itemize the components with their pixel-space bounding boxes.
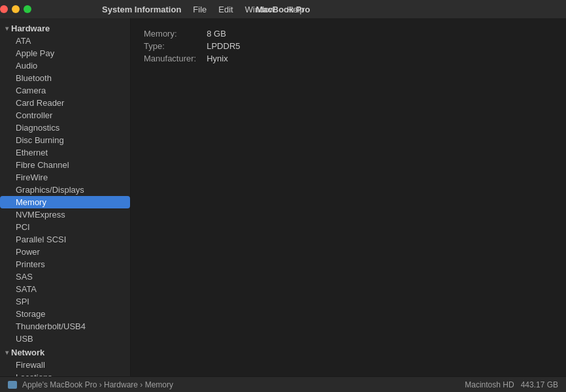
sidebar-item-fibre-channel[interactable]: Fibre Channel — [0, 159, 130, 171]
minimize-button[interactable] — [12, 5, 20, 13]
sidebar-item-camera[interactable]: Camera — [0, 84, 130, 97]
sidebar-item-disc-burning[interactable]: Disc Burning — [0, 134, 130, 146]
sidebar-item-sata[interactable]: SATA — [0, 283, 130, 295]
network-items: FirewallLocationsVolumesWi-Fi — [0, 359, 130, 376]
menu-file[interactable]: File — [188, 0, 212, 18]
sidebar-item-usb[interactable]: USB — [0, 333, 130, 345]
sidebar-item-firewire[interactable]: FireWire — [0, 171, 130, 184]
sidebar-item-sas[interactable]: SAS — [0, 270, 130, 283]
network-section: ▾ Network FirewallLocationsVolumesWi-Fi — [0, 346, 130, 376]
sidebar-item-audio[interactable]: Audio — [0, 59, 130, 72]
info-value: 8 GB — [207, 29, 240, 41]
sidebar-item-storage[interactable]: Storage — [0, 308, 130, 320]
sidebar-item-apple-pay[interactable]: Apple Pay — [0, 47, 130, 59]
menu-bar: System Information File Edit Window Help… — [0, 0, 566, 18]
sidebar-item-card-reader[interactable]: Card Reader — [0, 97, 130, 109]
info-label: Manufacturer: — [144, 54, 207, 66]
info-value: Hynix — [207, 54, 240, 66]
hardware-group-header[interactable]: ▾ Hardware — [0, 22, 130, 35]
hardware-group-label: Hardware — [11, 24, 50, 33]
content-area: Memory:8 GBType:LPDDR5Manufacturer:Hynix — [131, 18, 566, 376]
status-bar-right: Macintosh HD 443.17 GB — [465, 380, 558, 389]
info-row: Manufacturer:Hynix — [144, 54, 241, 66]
info-label: Memory: — [144, 29, 207, 41]
sidebar-item-controller[interactable]: Controller — [0, 109, 130, 122]
info-value: LPDDR5 — [207, 41, 240, 54]
content-body: Memory:8 GBType:LPDDR5Manufacturer:Hynix — [131, 18, 566, 376]
hd-size: 443.17 GB — [521, 380, 558, 389]
status-breadcrumb: Apple's MacBook Pro › Hardware › Memory — [22, 380, 173, 389]
sidebar-item-ata[interactable]: ATA — [0, 35, 130, 47]
hd-icon — [8, 381, 17, 389]
sidebar-item-parallel-scsi[interactable]: Parallel SCSI — [0, 233, 130, 246]
sidebar-item-bluetooth[interactable]: Bluetooth — [0, 72, 130, 84]
maximize-button[interactable] — [24, 5, 31, 13]
traffic-lights — [0, 5, 31, 13]
title-bar: System Information File Edit Window Help… — [0, 0, 566, 18]
menu-app-name[interactable]: System Information — [97, 0, 186, 18]
network-chevron: ▾ — [5, 349, 8, 356]
info-label: Type: — [144, 41, 207, 54]
sidebar-item-firewall[interactable]: Firewall — [0, 359, 130, 371]
status-bar-left: Apple's MacBook Pro › Hardware › Memory — [8, 380, 173, 389]
status-bar: Apple's MacBook Pro › Hardware › Memory … — [0, 376, 566, 392]
hardware-chevron: ▾ — [5, 25, 8, 32]
hd-label: Macintosh HD — [465, 380, 514, 389]
sidebar-item-graphics-displays[interactable]: Graphics/Displays — [0, 184, 130, 196]
menu-edit[interactable]: Edit — [213, 0, 238, 18]
sidebar-item-memory[interactable]: Memory — [0, 196, 130, 208]
sidebar-item-printers[interactable]: Printers — [0, 258, 130, 270]
app-window: ▾ Hardware ATAApple PayAudioBluetoothCam… — [0, 18, 566, 376]
sidebar[interactable]: ▾ Hardware ATAApple PayAudioBluetoothCam… — [0, 18, 131, 376]
sidebar-item-nvmexpress[interactable]: NVMExpress — [0, 208, 130, 221]
window-title: MacBook Pro — [256, 5, 310, 14]
sidebar-item-locations[interactable]: Locations — [0, 371, 130, 376]
hardware-section: ▾ Hardware ATAApple PayAudioBluetoothCam… — [0, 22, 130, 345]
network-group-header[interactable]: ▾ Network — [0, 346, 130, 359]
sidebar-item-spi[interactable]: SPI — [0, 295, 130, 308]
hardware-items: ATAApple PayAudioBluetoothCameraCard Rea… — [0, 35, 130, 345]
info-row: Type:LPDDR5 — [144, 41, 241, 54]
info-table: Memory:8 GBType:LPDDR5Manufacturer:Hynix — [144, 29, 241, 66]
info-row: Memory:8 GB — [144, 29, 241, 41]
sidebar-item-diagnostics[interactable]: Diagnostics — [0, 122, 130, 134]
sidebar-item-pci[interactable]: PCI — [0, 221, 130, 233]
network-group-label: Network — [11, 348, 44, 357]
sidebar-item-power[interactable]: Power — [0, 246, 130, 258]
sidebar-item-thunderbolt-usb4[interactable]: Thunderbolt/USB4 — [0, 320, 130, 333]
sidebar-item-ethernet[interactable]: Ethernet — [0, 146, 130, 159]
close-button[interactable] — [0, 5, 8, 13]
